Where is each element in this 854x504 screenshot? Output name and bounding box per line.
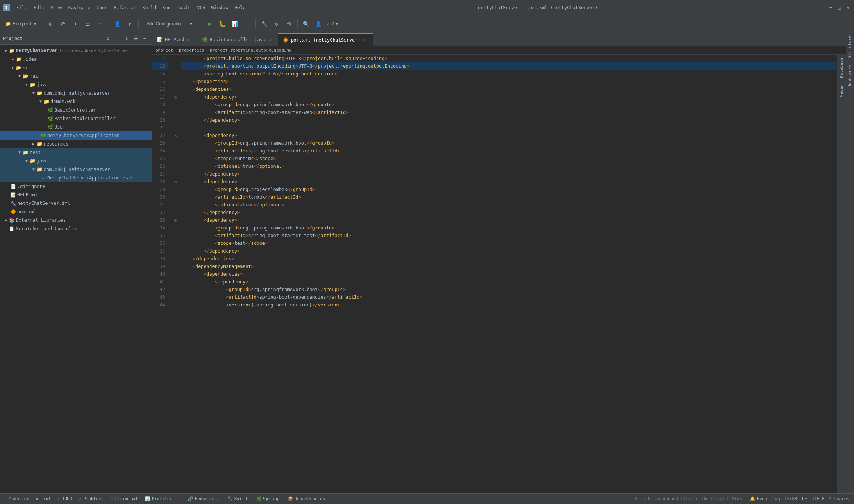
tree-item-main-class[interactable]: 🌿 NettyChatServerApplication — [0, 131, 152, 140]
spring-tab[interactable]: 🌿 Spring — [253, 496, 282, 502]
maven-panel-tab[interactable]: Maven — [837, 81, 846, 100]
tab-close-btn[interactable]: ✕ — [187, 37, 192, 42]
sidebar-collapse-btn[interactable]: ⬆ — [113, 35, 121, 42]
version-control-tab[interactable]: ⎇ Version Control — [3, 496, 54, 502]
gutter-33-icon[interactable]: ↻ — [171, 216, 180, 224]
tree-item-package[interactable]: ▼ 📁 com.qhkj.nettychatserver — [0, 89, 152, 97]
tree-item-src[interactable]: ▼ 📂 src — [0, 64, 152, 72]
reload-btn[interactable]: ⟲ — [284, 18, 294, 29]
position-indicator[interactable]: 13:83 — [783, 496, 799, 501]
menu-edit[interactable]: Edit — [31, 4, 47, 11]
sidebar-settings-btn[interactable]: ⚙ — [104, 35, 112, 42]
tab-close-btn[interactable]: ✕ — [363, 37, 368, 43]
menu-file[interactable]: File — [14, 4, 30, 11]
profiler-tab[interactable]: 📊 Profiler — [142, 496, 175, 502]
menu-window[interactable]: Window — [209, 4, 230, 11]
tree-item-demos-web[interactable]: ▼ 📁 demos.web — [0, 97, 152, 106]
menu-tools[interactable]: Tools — [174, 4, 193, 11]
tree-item-helpmd[interactable]: 📝 HELP.md — [0, 191, 152, 199]
breadcrumb-part-0[interactable]: project — [155, 48, 173, 53]
terminal-tab[interactable]: ⬛ Terminal — [107, 496, 141, 502]
dependencies-tab[interactable]: 📦 Dependencies — [285, 496, 328, 502]
gear-btn[interactable]: ☰ — [82, 18, 93, 29]
status-message: Selects an opened file in the Project Vi… — [635, 496, 742, 501]
line-num-36: 36 — [152, 239, 168, 247]
tree-item-resources[interactable]: ▶ 📁 resources — [0, 140, 152, 148]
add-configuration-button[interactable]: Add Configuration... ▼ — [142, 20, 198, 28]
menu-navigate[interactable]: Navigate — [66, 4, 93, 11]
database-panel-tab[interactable]: Database — [837, 55, 846, 81]
tab-close-btn[interactable]: ✕ — [268, 37, 273, 42]
gutter-22-icon[interactable]: ↻ — [171, 132, 180, 139]
menu-view[interactable]: View — [49, 4, 64, 11]
project-selector[interactable]: 📁 Project ▼ — [3, 20, 39, 27]
tab-helpmd[interactable]: 📝 HELP.md ✕ — [152, 33, 197, 46]
tree-item-root[interactable]: ▼ 📁 nettyChatServer D:\code\xbb\nettyCha… — [0, 46, 152, 55]
update-btn[interactable]: ↻ — [271, 18, 282, 29]
debug-button[interactable]: 🐛 — [217, 18, 228, 29]
tree-item-user[interactable]: 🌿 User — [0, 123, 152, 131]
event-log-btn[interactable]: 🔔 Event Log — [748, 496, 782, 501]
tree-item-gitignore[interactable]: 📄 .gitignore — [0, 182, 152, 191]
gutter-32 — [171, 209, 180, 216]
tree-item-test-class[interactable]: ☕ NettyChatServerApplicationTests — [0, 174, 152, 182]
indent-indicator[interactable]: 4 spaces — [827, 496, 851, 501]
menu-code[interactable]: Code — [94, 4, 110, 11]
collapse-btn[interactable]: ⬆ — [70, 18, 81, 29]
tab-icon: 🔶 — [283, 37, 289, 43]
settings-btn[interactable]: ⚙ — [45, 18, 56, 29]
profile-btn[interactable]: 👤 — [112, 18, 123, 29]
minimize-button[interactable]: ─ — [828, 5, 834, 11]
user-btn[interactable]: 👤 — [313, 18, 324, 29]
tree-item-main[interactable]: ▼ 📂 main — [0, 72, 152, 80]
todo-tab[interactable]: ☑ TODO — [55, 496, 75, 502]
problems-tab[interactable]: ⚠ Problems — [76, 496, 107, 502]
run-button[interactable]: ▶ — [205, 18, 215, 29]
line-num-19: 19 — [152, 109, 168, 116]
bookmarks-panel-tab[interactable]: Bookmarks — [846, 62, 854, 91]
sidebar-hide-btn[interactable]: ─ — [141, 35, 149, 42]
hide-btn[interactable]: ─ — [95, 18, 106, 29]
sidebar-scroll-btn[interactable]: ⤵ — [122, 35, 130, 42]
tree-item-pathvariable[interactable]: 🌿 PathVariableController — [0, 114, 152, 123]
breadcrumb-part-1[interactable]: properties — [179, 48, 204, 53]
tree-arrow — [3, 226, 8, 231]
maximize-button[interactable]: □ — [836, 5, 842, 11]
sync2-btn[interactable]: ↕ — [124, 18, 135, 29]
tab-menu-btn[interactable]: ⋮ — [832, 35, 842, 46]
tree-item-pomxml[interactable]: 🔶 pom.xml — [0, 208, 152, 216]
sync-btn[interactable]: ⟳ — [58, 18, 69, 29]
line-ending-indicator[interactable]: LF — [800, 496, 809, 501]
search-btn[interactable]: 🔍 — [301, 18, 312, 29]
gutter-17-icon[interactable]: ↻ — [171, 93, 180, 101]
build-btn[interactable]: 🔨 — [259, 18, 270, 29]
tab-pomxml[interactable]: 🔶 pom.xml (nettyChatServer) ✕ — [278, 33, 373, 46]
tree-item-scratches[interactable]: 📋 Scratches and Consoles — [0, 224, 152, 233]
encoding-indicator[interactable]: UTF-8 — [810, 496, 826, 501]
structure-panel-tab[interactable]: Structure — [846, 32, 854, 62]
sidebar-gear-btn[interactable]: ☰ — [132, 35, 139, 42]
more-run-btn[interactable]: ⋮ — [242, 18, 252, 29]
tree-item-test-package[interactable]: ▼ 📁 com.qhkj.nettychatserver — [0, 165, 152, 174]
coverage-btn[interactable]: 📊 — [229, 18, 240, 29]
build-tab[interactable]: 🔨 Build — [224, 496, 250, 502]
menu-help[interactable]: Help — [232, 4, 248, 11]
tree-item-java[interactable]: ▼ 📁 java — [0, 80, 152, 89]
tab-basiccontroller[interactable]: 🌿 BasicController.java ✕ — [197, 33, 279, 46]
tree-item-test-java[interactable]: ▼ 📁 java — [0, 157, 152, 165]
gutter-24 — [171, 147, 180, 155]
tree-item-basiccontroller[interactable]: 🌿 BasicController — [0, 106, 152, 114]
tree-item-ext-libs[interactable]: ▶ 📚 External Libraries — [0, 216, 152, 224]
endpoints-tab[interactable]: 🔗 Endpoints — [185, 496, 221, 502]
menu-run[interactable]: Run — [160, 4, 173, 11]
tree-item-test[interactable]: ▼ 📁 test — [0, 148, 152, 157]
menu-vcs[interactable]: VCS — [195, 4, 208, 11]
breadcrumb-part-2[interactable]: project.reporting.outputEncoding — [210, 48, 292, 53]
menu-build[interactable]: Build — [140, 4, 158, 11]
tree-item-idea[interactable]: ▶ 📁 .idea — [0, 55, 152, 64]
tree-item-iml[interactable]: 🔧 nettyChatServer.iml — [0, 199, 152, 208]
code-content[interactable]: <project.build.sourceEncoding>UTF-8</pro… — [180, 55, 837, 493]
close-button[interactable]: ✕ — [845, 5, 851, 11]
menu-refactor[interactable]: Refactor — [111, 4, 138, 11]
gutter-28-icon[interactable]: ↻ — [171, 178, 180, 186]
